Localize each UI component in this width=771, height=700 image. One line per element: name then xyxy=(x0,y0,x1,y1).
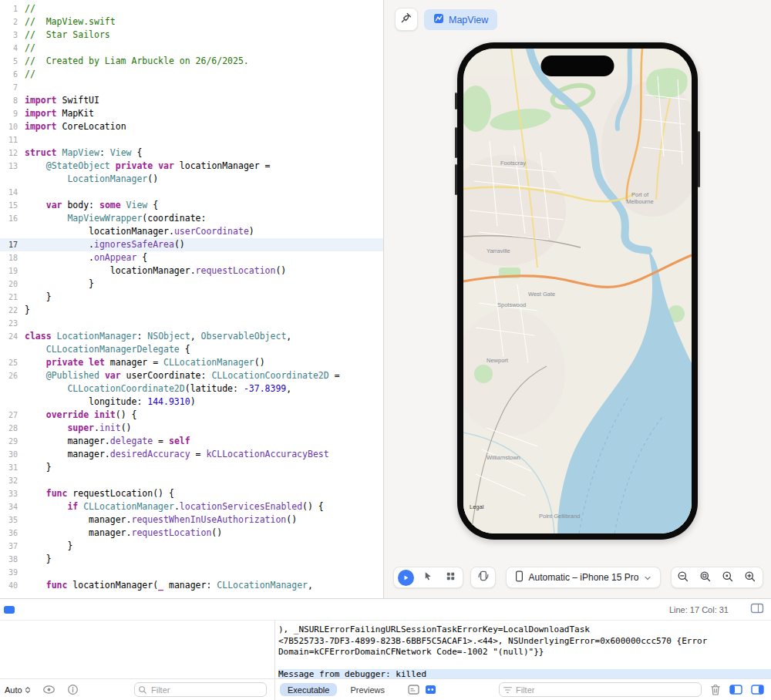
tab-mapview-preview[interactable]: MapView xyxy=(424,9,497,30)
console-output-toggle[interactable] xyxy=(408,685,419,695)
line-number[interactable]: 2 xyxy=(0,15,25,29)
line-number[interactable] xyxy=(0,395,25,409)
line-number[interactable]: 5 xyxy=(0,55,25,68)
code-line[interactable]: 35 manager.requestWhenInUseAuthorization… xyxy=(0,513,383,527)
line-number[interactable]: 24 xyxy=(0,330,25,343)
code-line[interactable]: 17 .ignoresSafeArea() xyxy=(0,238,383,251)
toggle-variables-view-button[interactable] xyxy=(729,685,742,695)
clear-console-button[interactable] xyxy=(710,684,721,696)
code-line[interactable]: 7 xyxy=(0,81,383,94)
code-line[interactable]: 39 xyxy=(0,566,383,579)
code-line[interactable]: 1// xyxy=(0,2,383,15)
code-line[interactable]: longitude: 144.9310) xyxy=(0,395,383,409)
line-number[interactable]: 25 xyxy=(0,356,25,369)
line-number[interactable]: 20 xyxy=(0,278,25,291)
line-number[interactable]: 32 xyxy=(0,474,25,487)
code-line[interactable]: 37 } xyxy=(0,540,383,553)
zoom-out-button[interactable] xyxy=(673,569,694,586)
code-line[interactable]: CLLocationCoordinate2D(latitude: -37.839… xyxy=(0,382,383,395)
code-line[interactable]: CLLocationManagerDelegate { xyxy=(0,343,383,356)
line-number[interactable]: 37 xyxy=(0,540,25,553)
code-line[interactable]: 18 .onAppear { xyxy=(0,251,383,264)
code-line[interactable]: 22} xyxy=(0,304,383,317)
code-line[interactable]: 14 xyxy=(0,186,383,199)
code-line[interactable]: 19 locationManager.requestLocation() xyxy=(0,264,383,278)
code-line[interactable]: 2// MapView.swift xyxy=(0,15,383,29)
line-number[interactable]: 39 xyxy=(0,566,25,579)
line-number[interactable] xyxy=(0,225,25,238)
zoom-in-button[interactable] xyxy=(740,569,761,586)
line-number[interactable]: 40 xyxy=(0,579,25,592)
code-line[interactable]: 40 func locationManager(_ manager: CLLoc… xyxy=(0,579,383,592)
code-line[interactable]: 24class LocationManager: NSObject, Obser… xyxy=(0,330,383,343)
line-number[interactable]: 17 xyxy=(0,238,25,251)
line-number[interactable]: 12 xyxy=(0,146,25,160)
code-line[interactable]: 12struct MapView: View { xyxy=(0,146,383,160)
variables-view[interactable] xyxy=(0,621,275,678)
executable-filter-button[interactable]: Executable xyxy=(280,683,337,696)
code-line[interactable]: 6// xyxy=(0,68,383,81)
code-line[interactable]: 5// Created by Liam Arbuckle on 26/6/202… xyxy=(0,55,383,68)
line-number[interactable]: 15 xyxy=(0,199,25,212)
line-number[interactable]: 10 xyxy=(0,120,25,133)
print-description-button[interactable] xyxy=(67,684,79,695)
code-line[interactable]: 23 xyxy=(0,317,383,330)
line-number[interactable]: 29 xyxy=(0,435,25,448)
code-line[interactable]: 8import SwiftUI xyxy=(0,94,383,107)
map-legal-link[interactable]: Legal xyxy=(470,503,483,510)
line-number[interactable]: 35 xyxy=(0,513,25,527)
line-number[interactable]: 16 xyxy=(0,212,25,225)
zoom-to-fit-button[interactable] xyxy=(695,569,716,586)
line-number[interactable]: 19 xyxy=(0,264,25,278)
line-number[interactable]: 28 xyxy=(0,422,25,435)
line-number[interactable]: 31 xyxy=(0,461,25,474)
code-line[interactable]: 27 override init() { xyxy=(0,409,383,422)
console-filter-input[interactable] xyxy=(499,682,702,697)
code-line[interactable]: locationManager.userCoordinate) xyxy=(0,225,383,238)
previews-filter-button[interactable]: Previews xyxy=(345,683,389,696)
line-number[interactable]: 7 xyxy=(0,81,25,94)
line-number[interactable]: 36 xyxy=(0,527,25,540)
line-number[interactable]: 34 xyxy=(0,500,25,513)
line-number[interactable]: 33 xyxy=(0,487,25,500)
code-line[interactable]: 13 @StateObject private var locationMana… xyxy=(0,160,383,173)
toggle-console-button[interactable] xyxy=(751,685,764,695)
line-number[interactable]: 11 xyxy=(0,133,25,146)
code-line[interactable]: 31 } xyxy=(0,461,383,474)
line-number[interactable]: 26 xyxy=(0,369,25,382)
code-line[interactable]: 3// Star Sailors xyxy=(0,29,383,42)
code-line[interactable]: 33 func requestLocation() { xyxy=(0,487,383,500)
code-line[interactable]: 32 xyxy=(0,474,383,487)
code-line[interactable]: 36 manager.requestLocation() xyxy=(0,527,383,540)
code-line[interactable]: 11 xyxy=(0,133,383,146)
line-number[interactable] xyxy=(0,343,25,356)
code-line[interactable]: 20 } xyxy=(0,278,383,291)
code-line[interactable]: 21 } xyxy=(0,291,383,304)
line-number[interactable]: 30 xyxy=(0,448,25,461)
line-number[interactable]: 3 xyxy=(0,29,25,42)
line-number[interactable]: 13 xyxy=(0,160,25,173)
line-number[interactable]: 6 xyxy=(0,68,25,81)
line-number[interactable] xyxy=(0,173,25,186)
line-number[interactable] xyxy=(0,382,25,395)
line-number[interactable]: 14 xyxy=(0,186,25,199)
source-editor[interactable]: 1//2// MapView.swift3// Star Sailors4//5… xyxy=(0,0,383,598)
line-number[interactable]: 38 xyxy=(0,553,25,566)
code-line[interactable]: 34 if CLLocationManager.locationServices… xyxy=(0,500,383,513)
code-line[interactable]: LocationManager() xyxy=(0,173,383,186)
line-number[interactable]: 21 xyxy=(0,291,25,304)
code-line[interactable]: 25 private let manager = CLLocationManag… xyxy=(0,356,383,369)
line-number[interactable]: 23 xyxy=(0,317,25,330)
code-line[interactable]: 26 @Published var userCoordinate: CLLoca… xyxy=(0,369,383,382)
variables-scope-menu[interactable]: Auto xyxy=(5,685,31,695)
line-number[interactable]: 9 xyxy=(0,107,25,120)
variants-button[interactable] xyxy=(440,569,461,586)
line-number[interactable]: 8 xyxy=(0,94,25,107)
map-preview-screen[interactable]: Footscray Yarraville Spotswood Newport W… xyxy=(463,49,692,533)
code-line[interactable]: 4// xyxy=(0,42,383,55)
live-preview-button[interactable] xyxy=(396,569,416,586)
display-icon[interactable] xyxy=(750,603,764,617)
variables-filter-input[interactable] xyxy=(134,682,267,697)
code-line[interactable]: 10import CoreLocation xyxy=(0,120,383,133)
code-line[interactable]: 9import MapKit xyxy=(0,107,383,120)
